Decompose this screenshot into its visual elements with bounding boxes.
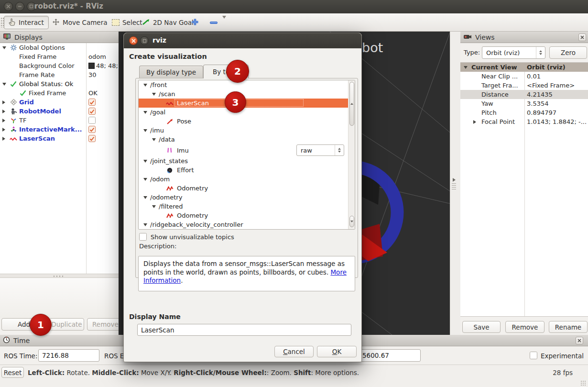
topic-row-front-scan[interactable]: /scan	[139, 89, 355, 99]
dialog-maximize-icon[interactable]	[140, 36, 149, 45]
row-value[interactable]: 4.21435	[527, 91, 587, 98]
topic-row-odom-odometry[interactable]: Odometry	[139, 184, 355, 193]
panel-splitter[interactable]	[0, 274, 119, 278]
topic-row-effort[interactable]: Effort	[139, 166, 355, 175]
topic-row-laserscan-selected[interactable]: LaserScan	[139, 99, 355, 108]
zero-button[interactable]: Zero	[549, 46, 587, 59]
tree-row-fixed-frame[interactable]: Fixed Frame odom	[0, 52, 119, 61]
topic-tree[interactable]: /front /scan LaserScan /goal	[138, 80, 355, 230]
scrollbar-thumb[interactable]	[349, 82, 354, 126]
view-row-near-clip[interactable]: Near Clip ... 0.01	[460, 72, 588, 81]
tree-row-robotmodel[interactable]: RobotModel	[0, 107, 119, 116]
expander-down-icon[interactable]	[143, 84, 147, 87]
tree-row-grid[interactable]: Grid	[0, 98, 119, 107]
view-row-yaw[interactable]: Yaw 3.5354	[460, 99, 588, 108]
expander-down-icon[interactable]	[152, 205, 156, 208]
imu-raw-combo[interactable]: raw	[296, 144, 344, 156]
topic-row-filtered-odometry[interactable]: Odometry	[139, 211, 355, 220]
expander-down-icon[interactable]	[143, 223, 147, 226]
expander-right-icon[interactable]	[2, 128, 5, 132]
row-value[interactable]: 1.0143; 1.8842; -...	[527, 118, 587, 125]
scrollbar[interactable]	[348, 80, 355, 229]
dialog-titlebar[interactable]: rviz	[124, 33, 361, 48]
expander-down-icon[interactable]	[143, 111, 147, 114]
expander-down-icon[interactable]	[143, 178, 147, 181]
topic-row-joint-states[interactable]: /joint_states	[139, 156, 355, 166]
experimental-checkbox[interactable]	[530, 352, 537, 359]
ok-button[interactable]: OK	[317, 346, 357, 357]
cancel-button[interactable]: Cancel	[274, 346, 314, 357]
row-value[interactable]: <Fixed Frame>	[527, 82, 587, 89]
expander-down-icon[interactable]	[143, 196, 147, 199]
expander-right-icon[interactable]	[2, 110, 5, 113]
combo-spinner-icon[interactable]	[335, 145, 344, 155]
expander-right-icon[interactable]	[2, 119, 5, 122]
topic-row-imu[interactable]: /imu	[139, 126, 355, 135]
expander-down-icon[interactable]	[2, 83, 6, 86]
expander-down-icon[interactable]	[143, 160, 147, 163]
topic-row-odom[interactable]: /odom	[139, 175, 355, 184]
topic-row-ridgeback[interactable]: /ridgeback_velocity_controller	[139, 220, 355, 229]
tree-row-global-options[interactable]: Global Options	[0, 43, 119, 52]
expander-down-icon[interactable]	[152, 138, 156, 141]
row-value[interactable]: 0.894797	[527, 109, 587, 116]
view-row-pitch[interactable]: Pitch 0.894797	[460, 108, 588, 117]
scrollbar-down-icon[interactable]	[349, 216, 354, 227]
row-checkbox[interactable]	[88, 135, 118, 142]
interact-tool-button[interactable]: Interact	[4, 16, 49, 29]
row-value[interactable]: 48; 48; 4	[88, 62, 118, 69]
display-name-input[interactable]	[137, 324, 351, 336]
add-tool-button[interactable]	[186, 16, 204, 29]
remove-tool-button[interactable]	[206, 16, 230, 29]
duplicate-display-button[interactable]: Duplicate	[49, 318, 84, 331]
move-camera-tool-button[interactable]: Move Camera	[48, 16, 111, 29]
tool-menu-caret-icon[interactable]	[222, 19, 226, 26]
dialog-close-icon[interactable]	[129, 36, 138, 45]
tree-row-background-color[interactable]: Background Color 48; 48; 4	[0, 61, 119, 70]
tree-row-frame-rate[interactable]: Frame Rate 30	[0, 70, 119, 79]
tab-by-display-type[interactable]: By display type	[139, 66, 203, 78]
tree-row-interactive-markers[interactable]: InteractiveMark...	[0, 125, 119, 134]
topic-row-odometry-filtered[interactable]: /filtered	[139, 202, 355, 211]
displays-tree[interactable]: Global Options Fixed Frame odom Backgrou…	[0, 43, 119, 274]
view-row-target-frame[interactable]: Target Fra... <Fixed Frame>	[460, 81, 588, 90]
row-checkbox[interactable]	[88, 99, 118, 106]
topic-row-odometry[interactable]: /odometry	[139, 193, 355, 202]
expander-right-icon[interactable]	[2, 137, 5, 141]
topic-row-front[interactable]: /front	[139, 80, 355, 89]
views-close-icon[interactable]	[578, 33, 586, 41]
expander-right-icon[interactable]	[2, 100, 5, 104]
window-close-icon[interactable]	[4, 2, 13, 11]
combo-spinner-icon[interactable]	[536, 47, 545, 58]
expander-right-icon[interactable]	[473, 120, 476, 124]
expander-down-icon[interactable]	[143, 129, 147, 132]
expander-down-icon[interactable]	[152, 93, 156, 96]
wall-time-input[interactable]	[359, 349, 421, 362]
view-row-distance[interactable]: Distance 4.21435	[460, 90, 588, 99]
topic-row-pose[interactable]: Pose	[139, 117, 355, 126]
row-checkbox[interactable]	[88, 108, 118, 115]
views-panel-header[interactable]: Views	[460, 32, 588, 43]
reset-button[interactable]: Reset	[1, 367, 24, 378]
rename-view-button[interactable]: Rename	[549, 321, 588, 333]
tree-row-laserscan[interactable]: LaserScan	[0, 134, 119, 143]
expander-down-icon[interactable]	[2, 46, 6, 49]
row-value[interactable]: odom	[88, 53, 118, 60]
views-property-table[interactable]: Current View Orbit (rviz) Near Clip ... …	[460, 62, 588, 317]
row-checkbox[interactable]	[88, 126, 118, 133]
topic-row-goal[interactable]: /goal	[139, 108, 355, 117]
topic-row-imu-msg[interactable]: Imu raw	[139, 144, 355, 156]
resize-grip[interactable]	[580, 380, 586, 386]
window-minimize-icon[interactable]	[15, 2, 24, 11]
view-row-current-view[interactable]: Current View Orbit (rviz)	[460, 63, 588, 72]
expander-down-icon[interactable]	[464, 66, 468, 69]
time-close-icon[interactable]	[576, 337, 583, 344]
tree-row-fixed-frame-status[interactable]: Fixed Frame OK	[0, 88, 119, 98]
row-checkbox[interactable]	[88, 117, 118, 124]
view-type-combo[interactable]: Orbit (rviz)	[482, 46, 545, 59]
show-unvisualizable-checkbox[interactable]	[139, 233, 147, 241]
save-view-button[interactable]: Save	[462, 321, 501, 333]
view-row-focal-point[interactable]: Focal Point 1.0143; 1.8842; -...	[460, 117, 588, 126]
displays-panel-header[interactable]: Displays	[0, 32, 119, 43]
row-value[interactable]: 3.5354	[527, 100, 587, 107]
